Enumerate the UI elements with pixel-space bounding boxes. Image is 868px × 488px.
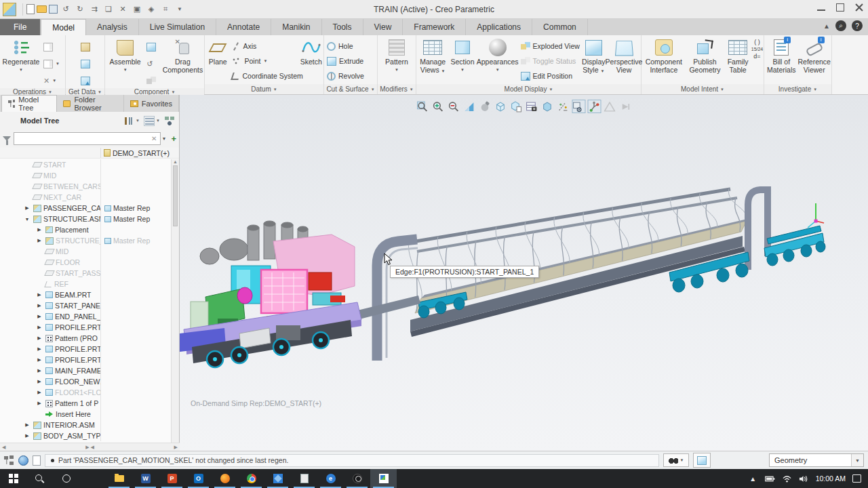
group-label-model-intent[interactable]: Model Intent▼ <box>642 84 764 94</box>
assemble-button[interactable]: Assemble▼ <box>106 37 144 74</box>
tree-item[interactable]: Insert Here <box>0 409 171 420</box>
relations-button[interactable]: d= <box>753 53 760 60</box>
tab-model-tree[interactable]: Model Tree <box>1 95 57 112</box>
drag-components-button[interactable]: Drag Components <box>162 37 203 74</box>
tree-item[interactable]: ▶END_PANEL_1 <box>0 311 171 322</box>
tree-tools-icon[interactable] <box>123 116 134 126</box>
tab-tools[interactable]: Tools <box>322 19 363 35</box>
annotation-display-icon[interactable] <box>572 100 585 113</box>
tree-item[interactable]: ▶BODY_ASM_TYPE1 <box>0 430 171 441</box>
revolve-button[interactable]: Revolve <box>325 68 366 83</box>
battery-icon[interactable] <box>765 474 775 484</box>
tab-model[interactable]: Model <box>41 19 86 35</box>
coordinate-system-button[interactable]: Coordinate System <box>230 68 299 83</box>
bill-of-materials-button[interactable]: Bill of Materials <box>765 37 798 74</box>
tree-expand-arrow-icon[interactable]: ▶ <box>23 422 31 428</box>
exploded-view-button[interactable]: Exploded View <box>519 39 580 54</box>
render-scene-icon[interactable] <box>540 100 554 113</box>
extrude-button[interactable]: Extrude <box>325 54 366 68</box>
edit-position-button[interactable]: Edit Position <box>519 68 580 83</box>
tree-vertical-scrollbar[interactable]: ▲ <box>171 159 179 443</box>
tree-item[interactable]: ▶FLOOR_NEW. <box>0 376 171 387</box>
zoom-fit-icon[interactable] <box>416 100 429 113</box>
mirror-component-button[interactable] <box>144 73 162 88</box>
saved-orientations-icon[interactable] <box>509 100 523 113</box>
help-icon[interactable]: ? <box>852 20 863 31</box>
zoom-in-icon[interactable] <box>431 100 445 113</box>
pattern-button[interactable]: Pattern▼ <box>379 37 414 74</box>
tab-file[interactable]: File <box>0 19 41 35</box>
tree-expand-arrow-icon[interactable]: ▶ <box>35 379 43 384</box>
tree-expand-arrow-icon[interactable]: ▼ <box>23 217 31 222</box>
tree-expand-arrow-icon[interactable]: ▶ <box>23 205 31 211</box>
collapse-arrow-icon[interactable] <box>618 100 632 113</box>
tree-expand-arrow-icon[interactable]: ▶ <box>35 303 43 308</box>
family-table-button[interactable]: Family Table <box>724 37 751 74</box>
tree-item[interactable]: ▶FLOOR1<FLO <box>0 387 171 398</box>
display-style-icon[interactable] <box>494 100 507 113</box>
tree-item[interactable]: ▶Placement <box>0 224 171 235</box>
tree-item[interactable]: ▶PROFILE.PRT <box>0 354 171 365</box>
tree-item[interactable]: ▶PASSENGER_CAR_Master Rep <box>0 203 171 214</box>
taskbar-firefox-button[interactable] <box>212 469 238 488</box>
taskbar-obs-button[interactable] <box>344 469 370 488</box>
web-browser-icon[interactable] <box>18 455 28 466</box>
plane-button[interactable]: Plane <box>205 37 230 66</box>
taskbar-task-view-button[interactable] <box>79 469 106 488</box>
manage-views-button[interactable]: Manage Views ▼ <box>417 37 448 75</box>
tree-filter-input[interactable] <box>14 132 161 145</box>
tree-item[interactable]: ▶Pattern (PRO <box>0 333 171 344</box>
tree-item[interactable]: ▶STRUCTURE_SMaster Rep <box>0 235 171 246</box>
section-button[interactable]: Section▼ <box>448 37 476 74</box>
tab-analysis[interactable]: Analysis <box>86 19 139 35</box>
tree-item[interactable]: ▶Pattern 1 of P <box>0 398 171 409</box>
tree-item[interactable]: FLOOR <box>0 257 171 268</box>
reference-viewer-button[interactable]: Reference Viewer <box>798 37 831 74</box>
taskbar-edge-button[interactable]: e <box>317 469 344 488</box>
switch-dimensions-button[interactable]: 15/24 <box>751 47 764 52</box>
tree-expand-arrow-icon[interactable]: ▶ <box>35 401 43 406</box>
tree-show-icon[interactable] <box>164 116 175 126</box>
taskbar-explorer-button[interactable] <box>106 469 132 488</box>
filter-icon[interactable] <box>3 136 11 145</box>
wifi-icon[interactable] <box>782 474 792 484</box>
display-style-button[interactable]: Display Style ▼ <box>580 37 608 75</box>
shading-icon[interactable] <box>478 100 492 113</box>
taskbar-powerpoint-button[interactable]: P <box>159 469 185 488</box>
tree-expand-arrow-icon[interactable]: ▶ <box>35 390 43 395</box>
tree-item[interactable]: BETWEEN_CARS <box>0 181 171 192</box>
tree-item[interactable]: MID <box>0 246 171 257</box>
model-select-button[interactable] <box>693 453 711 468</box>
tab-live-simulation[interactable]: Live Simulation <box>139 19 216 35</box>
minimize-button[interactable] <box>816 3 826 12</box>
tree-expand-arrow-icon[interactable]: ▶ <box>35 227 43 232</box>
datum-display-icon[interactable] <box>556 100 570 113</box>
search-icon[interactable]: ⌕ <box>835 20 846 31</box>
component-interface-button[interactable]: Component Interface <box>642 37 686 74</box>
repaint-icon[interactable] <box>462 100 476 113</box>
volume-icon[interactable] <box>799 474 809 484</box>
hole-button[interactable]: Hole <box>325 39 366 54</box>
spin-center-icon[interactable] <box>587 100 601 113</box>
import-button[interactable] <box>79 39 92 54</box>
perspective-view-button[interactable]: Perspective View <box>608 37 640 74</box>
tree-item[interactable]: ▶START_PANEL_ <box>0 300 171 311</box>
collapse-ribbon-icon[interactable]: ▲ <box>823 22 830 30</box>
tree-item[interactable]: ▶BEAM.PRT <box>0 289 171 300</box>
taskbar-search-button[interactable] <box>26 469 53 488</box>
tree-expand-arrow-icon[interactable]: ▶ <box>35 336 43 341</box>
tray-chevron-up-icon[interactable]: ▲ <box>748 474 758 484</box>
tree-expand-arrow-icon[interactable]: ▶ <box>35 314 43 319</box>
tree-item[interactable]: START <box>0 159 171 170</box>
group-label-cut-surface[interactable]: Cut & Surface▼ <box>324 84 377 94</box>
tab-folder-browser[interactable]: Folder Browser <box>57 95 124 112</box>
blank-page-icon[interactable] <box>33 455 41 466</box>
tree-horizontal-scrollbar[interactable]: ◀▶ ◀▶ <box>0 443 180 451</box>
warning-icon[interactable] <box>603 100 616 113</box>
clear-filter-icon[interactable]: ✕ <box>151 135 157 142</box>
publish-geometry-button[interactable]: Publish Geometry <box>686 37 725 74</box>
add-filter-button[interactable]: + <box>171 134 176 144</box>
find-button[interactable]: ▼ <box>663 453 689 467</box>
tree-expand-arrow-icon[interactable]: ▶ <box>35 357 43 363</box>
delete-button[interactable]: ✕▼ <box>41 73 64 88</box>
